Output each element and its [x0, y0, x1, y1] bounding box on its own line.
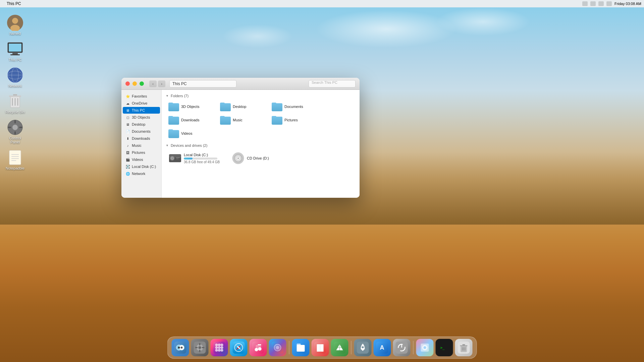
- svg-rect-50: [195, 347, 198, 348]
- folder-label-videos: Videos: [181, 131, 192, 135]
- folder-item-music[interactable]: Music: [217, 114, 268, 126]
- sidebar-this-pc-label: This PC: [132, 108, 145, 112]
- sidebar-item-documents[interactable]: 📄 Documents: [123, 128, 160, 135]
- dock-item-power[interactable]: [393, 339, 411, 356]
- svg-rect-23: [9, 150, 21, 165]
- sidebar-item-network[interactable]: 🌐 Network: [123, 170, 160, 177]
- this-pc-icon: [7, 41, 23, 57]
- menubar-right: Friday 03:08 AM: [582, 1, 641, 6]
- folder-label-desktop: Desktop: [233, 105, 246, 109]
- svg-point-39: [237, 158, 239, 159]
- svg-point-56: [215, 346, 218, 349]
- cd-drive-icon: [232, 152, 244, 164]
- sidebar-item-local-disk[interactable]: 💽 Local Disk (C:): [123, 163, 160, 170]
- folder-item-pictures[interactable]: Pictures: [269, 114, 319, 126]
- desktop-icon-network[interactable]: Network: [3, 66, 27, 89]
- window-close-button[interactable]: [125, 81, 130, 86]
- sidebar-item-videos[interactable]: 🎬 Videos: [123, 156, 160, 163]
- window-search-box[interactable]: Search This PC: [309, 80, 356, 87]
- sidebar-3d-label: 3D Objects: [132, 115, 150, 119]
- svg-point-43: [178, 347, 180, 349]
- drive-c-name: Local Disk (C:): [184, 153, 220, 157]
- svg-point-58: [221, 346, 223, 349]
- folders-section-header[interactable]: ▼ Folders (7): [166, 94, 356, 98]
- desktop: This PC Friday 03:08 AM hamed: [0, 0, 644, 362]
- dock-item-rocket[interactable]: [354, 339, 372, 356]
- sidebar-item-pictures[interactable]: 🖼 Pictures: [123, 149, 160, 156]
- dock-item-terminal[interactable]: >_: [436, 339, 453, 356]
- dock-item-appstore-apple[interactable]: [331, 339, 348, 356]
- folder-item-desktop[interactable]: Desktop: [217, 101, 268, 113]
- folder-icon-3d: [168, 102, 179, 111]
- dock-item-files[interactable]: [292, 339, 310, 356]
- folder-icon-pictures: [272, 115, 282, 125]
- svg-rect-4: [9, 44, 21, 52]
- nav-forward-button[interactable]: ›: [158, 80, 165, 87]
- dock-item-preferences[interactable]: [191, 339, 209, 356]
- dock-item-safari[interactable]: [230, 339, 248, 356]
- desktop-sidebar-icon: 🖥: [125, 122, 130, 127]
- drives-section-title: Devices and drives (2): [171, 143, 207, 147]
- menubar-wifi-icon: [582, 1, 588, 6]
- nav-back-button[interactable]: ‹: [149, 80, 157, 87]
- dock-item-itunes[interactable]: [250, 339, 267, 356]
- svg-rect-34: [176, 159, 179, 159]
- folder-label-pictures: Pictures: [284, 118, 298, 122]
- window-nav: ‹ ›: [149, 80, 165, 87]
- control-panel-label: Control Panel: [5, 136, 25, 144]
- folder-item-videos[interactable]: Videos: [166, 127, 216, 139]
- desktop-icon-user[interactable]: hamed: [3, 13, 27, 37]
- window-maximize-button[interactable]: [140, 81, 144, 86]
- svg-rect-21: [8, 127, 11, 128]
- downloads-icon: ⬇: [125, 136, 130, 141]
- dock-item-trash[interactable]: [455, 339, 473, 356]
- svg-point-55: [221, 344, 223, 346]
- sidebar-item-favorites[interactable]: ⭐ Favorites: [123, 93, 160, 100]
- sidebar-videos-label: Videos: [132, 158, 143, 162]
- window-minimize-button[interactable]: [132, 81, 137, 86]
- dock-item-launchpad[interactable]: [211, 339, 228, 356]
- drive-item-cd[interactable]: CD Drive (D:): [229, 150, 289, 166]
- window-controls: [125, 81, 144, 86]
- svg-rect-20: [14, 131, 16, 135]
- dock-separator-2: [351, 341, 352, 354]
- drive-c-bar-container: [184, 158, 217, 160]
- sidebar-item-music[interactable]: ♪ Music: [123, 142, 160, 149]
- desktop-icon-notepadble[interactable]: Notepadble: [3, 148, 27, 172]
- sidebar-item-3d-objects[interactable]: ◻ 3D Objects: [123, 114, 160, 121]
- explorer-window: ‹ › This PC Search This PC ⭐ Favorites ☁…: [121, 78, 360, 198]
- sidebar-item-desktop[interactable]: 🖥 Desktop: [123, 121, 160, 128]
- 3d-objects-icon: ◻: [125, 115, 130, 120]
- network-sidebar-icon: 🌐: [125, 171, 130, 176]
- dock-item-appstore-blue[interactable]: A: [374, 339, 391, 356]
- dock-item-books[interactable]: [312, 339, 329, 356]
- sidebar-item-downloads[interactable]: ⬇ Downloads: [123, 135, 160, 142]
- desktop-icon-this-pc[interactable]: This PC: [3, 40, 27, 63]
- desktop-icon-control-panel[interactable]: Control Panel: [3, 118, 27, 145]
- sidebar-downloads-label: Downloads: [132, 136, 150, 140]
- svg-rect-13: [13, 94, 17, 96]
- svg-rect-48: [199, 343, 201, 346]
- folder-label-music: Music: [233, 118, 243, 122]
- folders-section-title: Folders (7): [171, 94, 189, 98]
- svg-point-32: [172, 158, 173, 159]
- svg-text:>_: >_: [440, 346, 445, 350]
- svg-point-18: [12, 125, 18, 130]
- sidebar-network-label: Network: [132, 172, 145, 176]
- folder-item-3d-objects[interactable]: 3D Objects: [166, 101, 216, 113]
- videos-icon: 🎬: [125, 157, 130, 162]
- this-pc-label: This PC: [8, 58, 21, 62]
- folder-item-documents[interactable]: Documents: [269, 101, 319, 113]
- dock-item-finder[interactable]: [172, 339, 189, 356]
- music-icon: ♪: [125, 143, 130, 148]
- sidebar-desktop-label: Desktop: [132, 122, 145, 126]
- sidebar-item-this-pc[interactable]: 🖥 This PC: [123, 107, 160, 114]
- desktop-icon-recycle-bin[interactable]: Recycle Bin: [3, 92, 27, 115]
- sidebar-item-onedrive[interactable]: ☁ OneDrive: [123, 100, 160, 107]
- dock-item-photos[interactable]: [416, 339, 434, 356]
- drives-section-header[interactable]: ▼ Devices and drives (2): [166, 143, 356, 147]
- window-address-bar[interactable]: This PC: [169, 80, 236, 87]
- drive-item-local-disk[interactable]: Local Disk (C:) 36.8 GB free of 49.4 GB: [166, 150, 226, 166]
- folder-item-downloads[interactable]: Downloads: [166, 114, 216, 126]
- dock-item-siri[interactable]: [269, 339, 286, 356]
